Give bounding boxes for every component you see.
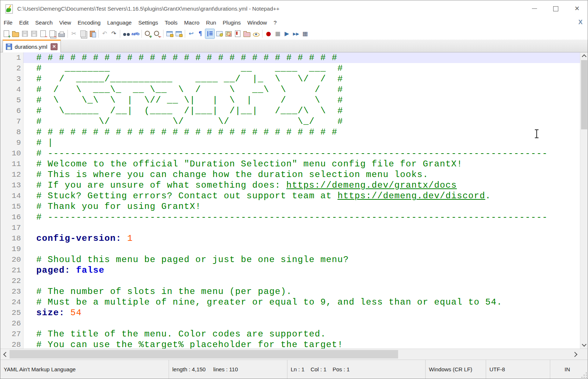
resize-grip[interactable] [582,373,587,378]
line-text[interactable]: # You can use the %target% placeholder f… [23,339,580,349]
minimize-button[interactable] [524,0,545,17]
line-number: 4 [0,84,23,95]
line-text[interactable]: # If you are unsure of what something do… [23,180,580,191]
print-icon[interactable] [57,29,66,38]
close-button[interactable]: ✕ [566,0,588,17]
menu-macro[interactable]: Macro [181,18,203,27]
undo-icon[interactable]: ↶ [100,29,109,38]
word-wrap-icon[interactable]: ↩ [187,29,196,38]
url-link[interactable]: https://demeng.dev/discord [338,191,485,201]
code-line-23: 23# The number of slots in the menu (per… [0,286,580,297]
cut-icon[interactable]: ✂ [69,29,78,38]
vertical-scrollbar[interactable] [580,52,588,349]
stop-macro-icon[interactable]: ■ [273,29,282,38]
scroll-up-button[interactable] [580,52,588,60]
code-line-3: 3# / _____/___________ ____ __/ |_ \ \/ … [0,74,580,84]
line-text[interactable]: # / _____/___________ ____ __/ |_ \ \/ /… [23,74,580,84]
tab-durations-yml[interactable]: durations.yml ✕ [3,40,61,52]
line-text[interactable]: # | [23,137,580,148]
line-text[interactable]: # Thank you for using GrantX! [23,201,580,212]
line-text[interactable] [23,318,580,329]
code-line-1: 1# # # # # # # # # # # # # # # # # # # #… [0,52,580,63]
file-monitoring-icon[interactable] [251,29,261,38]
horizontal-scrollbar-thumb[interactable] [10,350,398,358]
line-text[interactable] [23,244,580,254]
line-number: 7 [0,116,23,127]
sync-vertical-scroll-icon[interactable] [165,29,174,38]
new-file-icon[interactable]: + [2,29,11,38]
menu-view[interactable]: View [56,18,74,27]
menu-run[interactable]: Run [203,18,220,27]
code-line-17: 17 [0,222,580,233]
horizontal-scrollbar[interactable] [0,349,588,360]
line-text[interactable]: # Must be a multiple of nine, greater or… [23,297,580,308]
close-file-icon[interactable]: − [38,29,48,38]
line-text[interactable]: config-version: 1 [23,233,580,244]
vertical-scrollbar-thumb[interactable] [581,60,587,129]
zoom-out-icon[interactable]: − [152,29,162,38]
document-list-icon[interactable] [233,29,242,38]
line-text[interactable]: paged: false [23,265,580,276]
tab-label: durations.yml [15,44,47,50]
sync-horizontal-scroll-icon[interactable] [174,29,183,38]
code-line-8: 8# # # # # # # # # # # # # # # # # # # #… [0,127,580,137]
replace-icon[interactable]: a⇄b [131,29,140,38]
line-number: 15 [0,201,23,212]
menu-search[interactable]: Search [32,18,56,27]
line-text[interactable]: # / \ ___\_ __ \__ \ / \ __\ \ / # [23,84,580,95]
line-text[interactable]: # The number of slots in the menu (per p… [23,286,580,297]
line-text[interactable]: # Stuck? Getting errors? Contact out sup… [23,191,580,201]
menu-tools[interactable]: Tools [161,18,181,27]
find-icon[interactable] [122,29,131,38]
editor-pane[interactable]: 1# # # # # # # # # # # # # # # # # # # #… [0,52,588,349]
line-text[interactable]: # ________ __ ____ ___ # [23,63,580,74]
line-number: 6 [0,106,23,116]
function-list-icon[interactable] [215,29,224,38]
menu-encoding[interactable]: Encoding [74,18,104,27]
line-number: 28 [0,339,23,349]
menu-file[interactable]: File [0,18,16,27]
line-text[interactable]: size: 54 [23,308,580,318]
save-macro-icon[interactable]: ▦ [301,29,310,38]
menu-window[interactable]: Window [244,18,270,27]
menu-settings[interactable]: Settings [135,18,161,27]
open-file-icon[interactable] [11,29,20,38]
paste-icon[interactable] [88,29,97,38]
play-macro-icon[interactable]: ▶ [282,29,291,38]
redo-icon[interactable]: ↷ [109,29,118,38]
tab-close-icon[interactable]: ✕ [51,43,58,50]
maximize-button[interactable] [545,0,566,17]
run-macro-multiple-icon[interactable]: ▶▶ [291,29,301,38]
line-text[interactable]: # \______ /__| (____ /|___| /|__| /___/\… [23,106,580,116]
zoom-in-icon[interactable]: + [143,29,152,38]
menu-help[interactable]: ? [270,18,280,27]
record-macro-icon[interactable]: ● [264,29,273,38]
line-text[interactable]: # \/ \/ \/ \_/ # [23,116,580,127]
line-text[interactable]: # This is where you can change how the d… [23,169,580,180]
close-all-icon[interactable]: − [48,29,57,38]
scroll-right-button[interactable] [571,349,580,360]
document-map-icon[interactable] [224,29,233,38]
line-text[interactable]: # # # # # # # # # # # # # # # # # # # # … [23,52,580,63]
menu-language[interactable]: Language [104,18,135,27]
line-text[interactable]: # \ \_\ \ | \// __ \| | \ | / \ # [23,95,580,106]
show-indent-guide-icon[interactable] [205,29,215,39]
menu-edit[interactable]: Edit [16,18,32,27]
menu-plugins[interactable]: Plugins [220,18,244,27]
line-text[interactable]: # --------------------------------------… [23,148,580,159]
scroll-down-button[interactable] [580,341,588,349]
line-text[interactable]: # The title of the menu. Color codes are… [23,329,580,339]
line-text[interactable] [23,222,580,233]
line-text[interactable]: # Welcome to the official "Duration Sele… [23,159,580,169]
line-text[interactable] [23,276,580,286]
close-icon: ✕ [574,5,580,12]
line-text[interactable]: # Should this menu be paged or just be o… [23,254,580,265]
show-all-characters-icon[interactable]: ¶ [196,29,205,38]
folder-as-workspace-icon[interactable] [242,29,251,38]
line-text[interactable]: # # # # # # # # # # # # # # # # # # # # … [23,127,580,137]
scroll-left-button[interactable] [0,349,10,360]
url-link[interactable]: https://demeng.dev/grantx/docs [286,180,457,190]
close-document-x-button[interactable]: X [578,19,583,26]
line-text[interactable]: # --------------------------------------… [23,212,580,222]
line-number: 12 [0,169,23,180]
